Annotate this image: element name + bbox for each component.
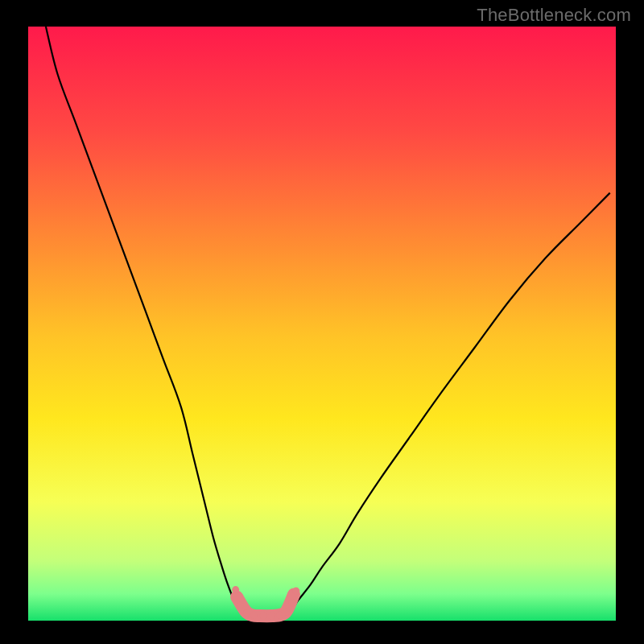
valley-dots-point xyxy=(232,586,239,593)
valley-dots-point xyxy=(292,588,299,595)
plot-area xyxy=(28,27,616,621)
valley-dots-point xyxy=(243,609,250,617)
valley-dots-point xyxy=(288,599,295,606)
valley-dots-point xyxy=(283,608,291,615)
viewport: TheBottleneck.com xyxy=(0,0,644,644)
gradient-background xyxy=(28,27,616,621)
valley-dots-point xyxy=(268,613,275,620)
valley-dots-point xyxy=(250,612,258,619)
valley-dots-point xyxy=(237,601,244,609)
bottleneck-chart xyxy=(0,0,644,644)
watermark-label: TheBottleneck.com xyxy=(477,5,631,26)
valley-dots-point xyxy=(276,612,283,619)
valley-dots-point xyxy=(260,613,267,620)
